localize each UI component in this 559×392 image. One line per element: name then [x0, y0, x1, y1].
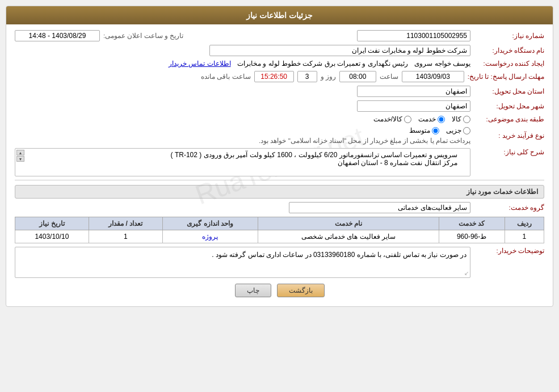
creator-name: یوسف خواجه سروی	[414, 60, 470, 68]
category-kala-label: کالا	[452, 115, 461, 123]
action-buttons: بازگشت چاپ	[15, 284, 544, 297]
back-button[interactable]: بازگشت	[277, 284, 325, 297]
city-label: شهر محل تحویل:	[470, 102, 544, 110]
buyer-org-label: نام دستگاه خریدار:	[470, 47, 544, 54]
creator-label: ایجاد کننده درخواست:	[470, 60, 544, 68]
city-input	[357, 100, 470, 112]
cell-code: ط-96-960	[439, 230, 505, 243]
category-radio-kala-khedmat[interactable]: کالا/خدمت	[373, 115, 411, 123]
table-header-count: تعداد / مقدار	[89, 217, 162, 230]
category-radio-kala-input[interactable]	[463, 116, 470, 123]
table-row: 1 ط-96-960 سایر فعالیت های خدماتی شخصی پ…	[15, 230, 544, 243]
cell-unit: پروژه	[162, 230, 258, 243]
process-label: نوع فرآیند خرید :	[470, 132, 544, 140]
need-desc-label: شرح کلی نیاز:	[470, 148, 544, 156]
cell-name: سایر فعالیت های خدماتی شخصی	[258, 230, 439, 243]
need-desc-text: سرویس و تعمیرات اساسی ترانسفورماتور 6/20…	[18, 151, 459, 167]
scroll-arrows[interactable]: ▲ ▼	[16, 150, 24, 162]
category-radio-khedmat[interactable]: خدمت	[418, 115, 445, 123]
deadline-date-input	[402, 71, 464, 82]
process-radio-motevaset-input[interactable]	[432, 127, 439, 134]
page-header: جزئیات اطلاعات نیاز	[6, 6, 553, 24]
category-radio-group: کالا خدمت کالا/خدمت	[373, 115, 470, 123]
process-radio-jozi[interactable]: جزیی	[446, 127, 470, 134]
creator-role: رئیس نگهداری و تعمیرات برق شرکت خطوط لول…	[237, 60, 408, 68]
service-group-input	[289, 202, 470, 213]
cell-row: 1	[505, 230, 544, 243]
deadline-days-label: روز و	[321, 73, 336, 81]
process-motevaset-label: متوسط	[409, 127, 430, 134]
service-group-label: گروه خدمت:	[470, 204, 544, 212]
services-table: ردیف کد خدمت نام خدمت واحد اندازه گیری ت…	[15, 217, 544, 243]
category-kalakhedmat-label: کالا/خدمت	[373, 115, 402, 123]
scroll-down-arrow[interactable]: ▼	[16, 156, 24, 162]
table-header-date: تاریخ نیاز	[15, 217, 89, 230]
category-khedmat-label: خدمت	[418, 115, 436, 123]
process-jozi-label: جزیی	[446, 127, 461, 134]
category-radio-khedmat-input[interactable]	[438, 116, 445, 123]
process-note: پرداخت تمام یا بخشی از مبلغ خریدار از مح…	[259, 137, 470, 145]
need-number-input	[357, 30, 470, 41]
date-label: تاریخ و ساعت اعلان عمومی:	[103, 32, 183, 40]
deadline-days-input	[297, 71, 317, 82]
table-header-row: ردیف	[505, 217, 544, 230]
need-number-label: شماره نیاز:	[470, 32, 544, 40]
table-header-name: نام خدمت	[258, 217, 439, 230]
province-label: استان محل تحویل:	[470, 87, 544, 95]
buyer-org-input	[209, 45, 470, 56]
cell-date: 1403/10/10	[15, 230, 89, 243]
services-section-title: اطلاعات خدمات مورد نیاز	[15, 185, 544, 199]
deadline-label: مهلت ارسال پاسخ: تا تاریخ:	[464, 73, 544, 81]
process-radio-jozi-input[interactable]	[463, 127, 470, 134]
deadline-time-input	[339, 71, 376, 82]
scroll-up-arrow[interactable]: ▲	[16, 150, 24, 155]
print-button[interactable]: چاپ	[235, 284, 271, 297]
process-radio-motevaset[interactable]: متوسط	[409, 127, 439, 134]
table-header-code: کد خدمت	[439, 217, 505, 230]
deadline-remain-input	[254, 71, 294, 82]
deadline-remain-label: ساعت باقی مانده	[201, 73, 250, 81]
province-input	[357, 86, 470, 97]
cell-count: 1	[89, 230, 162, 243]
process-radio-group: جزیی متوسط	[259, 127, 470, 134]
category-radio-kalakhedmat-input[interactable]	[404, 116, 411, 123]
category-radio-kala[interactable]: کالا	[452, 115, 470, 123]
deadline-time-label: ساعت	[380, 73, 398, 81]
buyer-notes-text: در صورت نیاز به تماس تلفنی، با شماره 031…	[19, 251, 466, 259]
table-header-unit: واحد اندازه گیری	[162, 217, 258, 230]
contact-link[interactable]: اطلاعات تماس خریدار	[169, 60, 231, 68]
date-input	[15, 30, 100, 41]
buyer-notes-label: توضیحات خریدار:	[470, 247, 544, 255]
category-label: طبقه بندی موضوعی:	[470, 115, 544, 123]
